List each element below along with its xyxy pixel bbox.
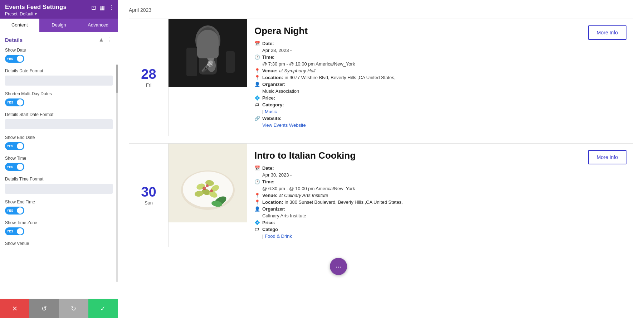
organizer-label-2: Organizer: [262,206,286,212]
pin-icon-1: 📍 [254,68,260,73]
tab-content[interactable]: Content [0,19,39,32]
date-label-1: Date: [262,41,274,46]
field-details-start-date-format: Details Start Date Format [5,112,113,129]
detail-organizer-2: 👤 Organizer: [254,206,569,212]
columns-icon[interactable]: ▦ [99,4,105,11]
detail-date-1: 📅 Date: [254,41,569,46]
detail-price-1: 💠 Price: [254,95,569,101]
tab-design[interactable]: Design [39,19,79,32]
detail-date-2: 📅 Date: [254,165,569,171]
organizer-label-1: Organizer: [262,82,286,87]
panel-header-icons: ⊡ ▦ ⋮ [91,4,114,11]
expand-icon[interactable]: ⊡ [91,4,96,11]
detail-category-val-2: | Food & Drink [254,233,569,239]
time-label-1: Time: [262,54,274,60]
date-label-2: Date: [262,165,274,171]
diamond-icon-2: 💠 [254,220,260,225]
location-label-1: Location: [262,75,283,80]
detail-organizer-val-1: Music Association [254,88,569,94]
more-icon[interactable]: ⋮ [108,4,114,11]
svg-point-4 [207,59,216,72]
event-day-num-2: 30 [141,185,156,199]
section-icons: ▲ ⋮ [98,37,113,43]
date-value-1 [275,41,277,46]
location-value-2: in 380 Sunset Boulevard, Beverly Hills ,… [285,199,403,205]
event-day-name-1: Fri [146,82,151,88]
price-label-2: Price: [262,220,275,225]
confirm-button[interactable]: ✓ [88,299,118,318]
more-info-button-1[interactable]: More Info [588,25,626,40]
svg-point-2 [198,27,218,52]
more-info-col-2: More Info [576,144,633,247]
scroll-thumb[interactable] [116,64,118,93]
show-end-date-toggle[interactable]: YES [5,142,24,150]
month-label: April 2023 [129,7,633,13]
location-pin-icon-2: 📍 [254,199,260,205]
link-icon-1: 🔗 [254,116,260,121]
event-title-2: Intro to Italian Cooking [254,150,569,161]
section-more-icon[interactable]: ⋮ [107,37,113,43]
field-show-time-zone: Show Time Zone YES [5,220,113,235]
event-card-1: 28 Fri Opera Night 📅 [129,19,633,136]
more-info-button-2[interactable]: More Info [588,150,626,164]
detail-location-2: 📍 Location: in 380 Sunset Boulevard, Bev… [254,199,569,205]
tag-icon-2: 🏷 [254,227,260,232]
panel-preset[interactable]: Preset: Default ▾ [5,11,113,16]
event-image-singer [169,19,247,87]
show-end-time-toggle[interactable]: YES [5,207,24,215]
time-text-2: @ 6:30 pm - @ 10:00 pm America/New_York [262,186,355,191]
event-day-name-2: Sun [145,200,153,206]
shorten-multi-day-toggle[interactable]: YES [5,98,24,106]
detail-venue-1: 📍 Venue: at Symphony Hall [254,68,569,73]
svg-rect-7 [186,48,197,76]
details-start-date-format-label: Details Start Date Format [5,112,113,117]
location-pin-icon-1: 📍 [254,75,260,80]
show-date-label: Show Date [5,48,113,53]
detail-time-2: 🕐 Time: [254,179,569,184]
detail-location-1: 📍 Location: in 9077 Wilshire Blvd, Bever… [254,75,569,80]
event-card-2: 30 Sun [129,143,633,247]
detail-venue-2: 📍 Venue: at Culinary Arts Institute [254,193,569,198]
emoji-bubble[interactable]: ··· [330,258,347,275]
venue-value-2: at Culinary Arts Institute [279,193,328,198]
venue-label-1: Venue: [262,68,278,73]
time-label-2: Time: [262,179,274,184]
event-date-col-2: 30 Sun [129,144,169,247]
left-panel: Events Feed Settings Preset: Default ▾ ⊡… [0,0,118,318]
redo-button[interactable]: ↻ [59,299,88,318]
reset-button[interactable]: ↺ [29,299,59,318]
detail-time-val-2: @ 6:30 pm - @ 10:00 pm America/New_York [254,186,569,191]
category-link-2[interactable]: Food & Drink [265,233,292,239]
detail-category-2: 🏷 Catego [254,227,569,232]
details-time-format-input[interactable] [5,184,113,194]
panel-bottom: ✕ ↺ ↻ ✓ [0,299,118,318]
event-image-food [169,144,247,222]
clock-icon-2: 🕐 [254,179,260,184]
field-details-time-format: Details Time Format [5,177,113,194]
pin-icon-2: 📍 [254,193,260,198]
detail-organizer-val-2: Culinary Arts Institute [254,213,569,218]
show-date-toggle[interactable]: YES [5,55,24,63]
show-time-zone-toggle[interactable]: YES [5,227,24,235]
category-link-1[interactable]: Music [265,109,277,114]
event-image-col-2 [169,144,247,247]
tab-advanced[interactable]: Advanced [78,19,118,32]
right-content: April 2023 28 Fri O [118,0,644,318]
cancel-button[interactable]: ✕ [0,299,29,318]
time-text-1: @ 7:30 pm - @ 10:00 pm America/New_York [262,61,355,67]
detail-category-1: 🏷 Category: [254,102,569,107]
svg-point-6 [207,54,214,61]
event-title-1: Opera Night [254,25,569,37]
svg-rect-8 [226,51,235,73]
event-image-col-1 [169,19,247,136]
field-show-venue: Show Venue [5,241,113,246]
svg-point-20 [206,184,209,187]
show-time-toggle[interactable]: YES [5,163,24,171]
more-info-col-1: More Info [576,19,633,136]
details-date-format-input[interactable] [5,76,113,86]
collapse-icon[interactable]: ▲ [98,37,104,43]
detail-category-val-1: | Music [254,109,569,114]
details-start-date-format-input[interactable] [5,119,113,129]
organizer-value-1: Music Association [262,88,299,94]
website-link-1[interactable]: View Events Website [262,122,306,128]
